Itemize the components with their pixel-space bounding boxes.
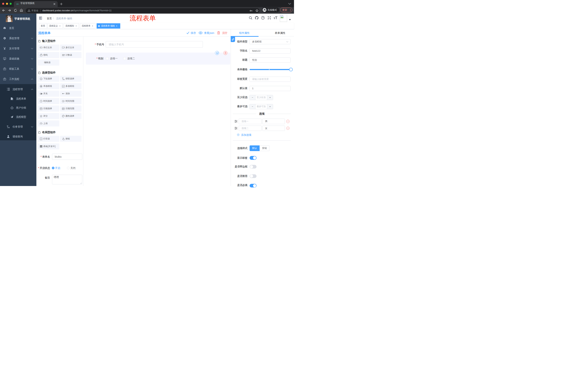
svg-text:123: 123 — [62, 54, 64, 56]
